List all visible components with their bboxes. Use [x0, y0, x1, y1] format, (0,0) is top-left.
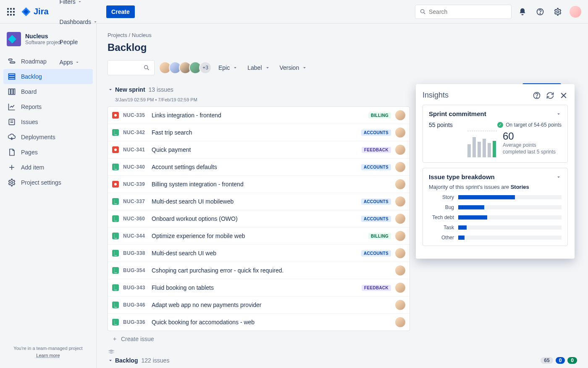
- collapse-icon[interactable]: [108, 357, 113, 363]
- assignee-avatar[interactable]: [395, 300, 405, 310]
- issue-row[interactable]: NUC-344 Optimize experience for mobile w…: [108, 228, 410, 245]
- issue-row[interactable]: NUC-340 Account settings defaults ACCOUN…: [108, 159, 410, 176]
- sprint-name[interactable]: New sprint: [115, 86, 145, 93]
- svg-rect-17: [9, 76, 15, 77]
- assignee-avatar[interactable]: [395, 283, 405, 293]
- assignee-filter-avatars[interactable]: +3: [161, 61, 212, 74]
- assignee-avatar[interactable]: [395, 179, 405, 189]
- epic-tag[interactable]: ACCOUNTS: [361, 164, 391, 170]
- app-switcher-icon[interactable]: [6, 7, 16, 17]
- learn-more-link[interactable]: Learn more: [36, 353, 60, 358]
- backlog-search[interactable]: [108, 60, 155, 75]
- filter-version[interactable]: Version: [280, 64, 308, 71]
- issue-row[interactable]: BUG-354 Cshoping cart purchasing error -…: [108, 262, 410, 279]
- breakdown-bar: [458, 236, 465, 240]
- chevron-down-icon[interactable]: [556, 174, 562, 180]
- assignee-avatar[interactable]: [395, 110, 405, 120]
- sidebar-item-issues[interactable]: Issues: [3, 114, 93, 130]
- svg-point-25: [11, 182, 13, 184]
- resize-grip-icon[interactable]: [108, 349, 577, 354]
- issue-row[interactable]: NUC-337 Multi-dest search UI mobileweb A…: [108, 193, 410, 210]
- nav-people[interactable]: People: [55, 32, 102, 52]
- issue-title: Fluid booking on tablets: [152, 284, 362, 291]
- refresh-icon[interactable]: [546, 91, 554, 100]
- sprint-issue-list: NUC-335 Links integration - frontend BIL…: [108, 106, 410, 331]
- epic-tag[interactable]: FEEDBACK: [362, 285, 391, 291]
- settings-icon: [8, 178, 17, 187]
- epic-tag[interactable]: ACCOUNTS: [361, 199, 391, 205]
- assignee-avatar[interactable]: [395, 231, 405, 241]
- jira-logo[interactable]: Jira: [21, 7, 49, 17]
- issue-row[interactable]: NUC-339 Billing system integration - fro…: [108, 176, 410, 193]
- breakdown-row: Bug: [429, 204, 562, 210]
- sidebar-item-project-settings[interactable]: Project settings: [3, 175, 93, 190]
- avatar-more[interactable]: +3: [199, 61, 212, 74]
- spark-bar: [478, 142, 481, 157]
- bug-icon: [112, 146, 119, 153]
- assignee-avatar[interactable]: [395, 127, 405, 138]
- bug-icon: [112, 181, 119, 188]
- close-icon[interactable]: [559, 91, 568, 100]
- sidebar-item-reports[interactable]: Reports: [3, 99, 93, 114]
- assignee-avatar[interactable]: [395, 265, 405, 275]
- profile-avatar[interactable]: [569, 5, 582, 19]
- notifications-icon[interactable]: [516, 5, 529, 19]
- nav-label: Dashboards: [60, 19, 92, 25]
- help-icon[interactable]: [533, 5, 547, 19]
- sidebar-item-deployments[interactable]: Deployments: [3, 130, 93, 145]
- svg-point-26: [144, 66, 148, 69]
- sidebar-item-board[interactable]: Board: [3, 84, 93, 99]
- filter-epic[interactable]: Epic: [218, 64, 238, 71]
- global-search[interactable]: [415, 5, 512, 19]
- epic-tag[interactable]: BILLING: [368, 112, 391, 119]
- chevron-down-icon[interactable]: [556, 111, 562, 117]
- assignee-avatar[interactable]: [395, 145, 405, 155]
- issue-row[interactable]: NUC-342 Fast trip search ACCOUNTS: [108, 124, 410, 141]
- story-icon: [112, 302, 119, 308]
- assignee-avatar[interactable]: [395, 248, 405, 258]
- filter-label[interactable]: Label: [247, 64, 270, 71]
- help-icon[interactable]: [533, 91, 541, 100]
- epic-tag[interactable]: ACCOUNTS: [361, 130, 391, 136]
- issue-row[interactable]: BUG-338 Multi-dest search UI web ACCOUNT…: [108, 245, 410, 262]
- nav-apps[interactable]: Apps: [55, 52, 102, 72]
- issue-row[interactable]: NUC-360 Onboard workout options (OWO) AC…: [108, 210, 410, 228]
- assignee-avatar[interactable]: [395, 317, 405, 327]
- card-title-text: Issue type breakdown: [429, 173, 495, 180]
- chevron-down-icon: [75, 60, 80, 65]
- epic-tag[interactable]: FEEDBACK: [362, 147, 391, 153]
- story-icon: [112, 129, 119, 136]
- issue-row[interactable]: NUC-341 Quick payment FEEDBACK: [108, 141, 410, 159]
- assignee-avatar[interactable]: [395, 196, 405, 207]
- backlog-section-name[interactable]: Backlog: [115, 357, 138, 364]
- svg-point-32: [536, 97, 537, 97]
- collapse-icon[interactable]: [108, 87, 113, 93]
- create-issue-button[interactable]: ＋ Create issue: [108, 331, 577, 347]
- issue-title: Fast trip search: [152, 129, 361, 136]
- sidebar-footer: You're in a team-managed project Learn m…: [3, 343, 93, 361]
- issue-row[interactable]: NUC-335 Links integration - frontend BIL…: [108, 107, 410, 124]
- issue-row[interactable]: BUG-336 Quick booking for accomodations …: [108, 314, 410, 331]
- assignee-avatar[interactable]: [395, 162, 405, 172]
- epic-tag[interactable]: BILLING: [368, 233, 391, 239]
- issue-key: BUG-338: [123, 250, 147, 256]
- epic-tag[interactable]: ACCOUNTS: [361, 216, 391, 222]
- breakdown-row: Story: [429, 194, 562, 200]
- settings-icon[interactable]: [551, 5, 564, 19]
- svg-rect-8: [13, 14, 15, 16]
- story-icon: [112, 319, 119, 326]
- nav-dashboards[interactable]: Dashboards: [55, 12, 102, 32]
- create-button[interactable]: Create: [106, 5, 135, 18]
- issue-row[interactable]: BUG-346 Adapt web app no new payments pr…: [108, 297, 410, 314]
- nav-filters[interactable]: Filters: [55, 0, 102, 12]
- avg-points-sub2: completed last 5 sprints: [503, 149, 556, 156]
- sidebar-item-add-item[interactable]: Add item: [3, 160, 93, 175]
- sidebar-item-pages[interactable]: Pages: [3, 145, 93, 160]
- assignee-avatar[interactable]: [395, 214, 405, 224]
- global-search-input[interactable]: [429, 8, 507, 15]
- epic-tag[interactable]: ACCOUNTS: [361, 250, 391, 257]
- issue-row[interactable]: BUG-343 Fluid booking on tablets FEEDBAC…: [108, 279, 410, 297]
- backlog-issue-count: 122 issues: [141, 357, 169, 364]
- breadcrumb[interactable]: Projects / Nucleus: [108, 32, 577, 38]
- svg-rect-20: [11, 89, 13, 94]
